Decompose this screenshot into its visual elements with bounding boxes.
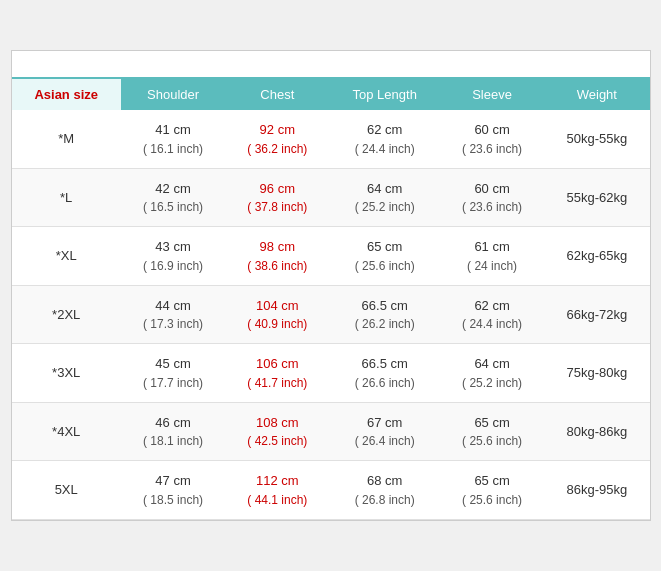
table-row: *L42 cm( 16.5 inch)96 cm( 37.8 inch)64 c…	[12, 168, 650, 227]
cell-weight: 75kg-80kg	[544, 344, 649, 403]
cell-size: *M	[12, 110, 121, 168]
header-chest: Chest	[225, 79, 329, 110]
table-row: *4XL46 cm( 18.1 inch)108 cm( 42.5 inch)6…	[12, 402, 650, 461]
cell-shoulder: 43 cm( 16.9 inch)	[121, 227, 225, 286]
cell-weight: 50kg-55kg	[544, 110, 649, 168]
cell-top-length: 62 cm( 24.4 inch)	[329, 110, 440, 168]
cell-shoulder: 41 cm( 16.1 inch)	[121, 110, 225, 168]
cell-top-length: 68 cm( 26.8 inch)	[329, 461, 440, 520]
cell-chest: 106 cm( 41.7 inch)	[225, 344, 329, 403]
cell-sleeve: 61 cm( 24 inch)	[440, 227, 544, 286]
cell-size: *L	[12, 168, 121, 227]
cell-weight: 86kg-95kg	[544, 461, 649, 520]
table-row: *M41 cm( 16.1 inch)92 cm( 36.2 inch)62 c…	[12, 110, 650, 168]
cell-top-length: 65 cm( 25.6 inch)	[329, 227, 440, 286]
cell-shoulder: 46 cm( 18.1 inch)	[121, 402, 225, 461]
table-row: *3XL45 cm( 17.7 inch)106 cm( 41.7 inch)6…	[12, 344, 650, 403]
cell-sleeve: 62 cm( 24.4 inch)	[440, 285, 544, 344]
cell-weight: 62kg-65kg	[544, 227, 649, 286]
cell-size: *3XL	[12, 344, 121, 403]
table-row: *2XL44 cm( 17.3 inch)104 cm( 40.9 inch)6…	[12, 285, 650, 344]
header-asian-size: Asian size	[12, 79, 121, 110]
cell-shoulder: 47 cm( 18.5 inch)	[121, 461, 225, 520]
header-sleeve: Sleeve	[440, 79, 544, 110]
cell-top-length: 67 cm( 26.4 inch)	[329, 402, 440, 461]
cell-weight: 80kg-86kg	[544, 402, 649, 461]
header-row: Asian size Shoulder Chest Top Length Sle…	[12, 79, 650, 110]
cell-sleeve: 60 cm( 23.6 inch)	[440, 110, 544, 168]
cell-sleeve: 64 cm( 25.2 inch)	[440, 344, 544, 403]
cell-sleeve: 60 cm( 23.6 inch)	[440, 168, 544, 227]
cell-weight: 55kg-62kg	[544, 168, 649, 227]
cell-chest: 112 cm( 44.1 inch)	[225, 461, 329, 520]
jacket-size-table: Asian size Shoulder Chest Top Length Sle…	[11, 50, 651, 521]
cell-chest: 92 cm( 36.2 inch)	[225, 110, 329, 168]
cell-chest: 108 cm( 42.5 inch)	[225, 402, 329, 461]
table-title	[12, 51, 650, 79]
cell-top-length: 66.5 cm( 26.2 inch)	[329, 285, 440, 344]
cell-shoulder: 44 cm( 17.3 inch)	[121, 285, 225, 344]
cell-size: 5XL	[12, 461, 121, 520]
header-top-length: Top Length	[329, 79, 440, 110]
cell-chest: 98 cm( 38.6 inch)	[225, 227, 329, 286]
cell-shoulder: 42 cm( 16.5 inch)	[121, 168, 225, 227]
header-weight: Weight	[544, 79, 649, 110]
cell-size: *XL	[12, 227, 121, 286]
cell-top-length: 64 cm( 25.2 inch)	[329, 168, 440, 227]
cell-chest: 96 cm( 37.8 inch)	[225, 168, 329, 227]
cell-size: *4XL	[12, 402, 121, 461]
header-shoulder: Shoulder	[121, 79, 225, 110]
cell-size: *2XL	[12, 285, 121, 344]
table-row: *XL43 cm( 16.9 inch)98 cm( 38.6 inch)65 …	[12, 227, 650, 286]
cell-sleeve: 65 cm( 25.6 inch)	[440, 402, 544, 461]
cell-shoulder: 45 cm( 17.7 inch)	[121, 344, 225, 403]
cell-weight: 66kg-72kg	[544, 285, 649, 344]
cell-chest: 104 cm( 40.9 inch)	[225, 285, 329, 344]
cell-top-length: 66.5 cm( 26.6 inch)	[329, 344, 440, 403]
cell-sleeve: 65 cm( 25.6 inch)	[440, 461, 544, 520]
table-row: 5XL47 cm( 18.5 inch)112 cm( 44.1 inch)68…	[12, 461, 650, 520]
